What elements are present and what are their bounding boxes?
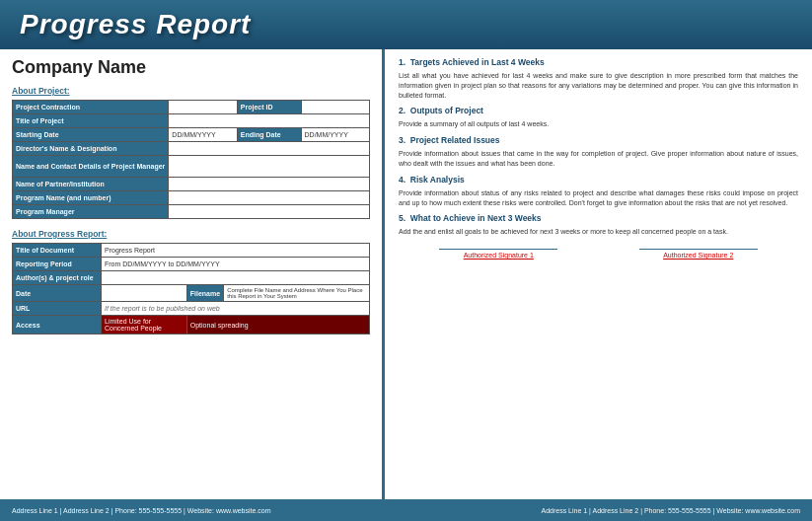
field-label: Name of Partner/Institution xyxy=(13,178,169,191)
field-value xyxy=(102,285,187,302)
field-label: Title of Project xyxy=(13,114,169,128)
about-progress-heading: About Progress Report: xyxy=(12,229,370,239)
field-value: From DD/MM/YYYY to DD/MM/YYYY xyxy=(102,258,370,271)
field-value: DD/MM/YYYY xyxy=(169,128,237,142)
section-body-1: List all what you have achieved for last… xyxy=(399,71,798,100)
table-row: Name of Partner/Institution xyxy=(13,178,370,191)
field-label: Director's Name & Designation xyxy=(13,142,169,156)
field-value xyxy=(169,191,370,205)
footer: Address Line 1 | Address Line 2 | Phone:… xyxy=(0,499,812,521)
section-body-5: Add the and enlist all goals to be achie… xyxy=(399,227,798,237)
field-value xyxy=(102,271,370,285)
field-label: Filename xyxy=(186,285,223,302)
field-value: DD/MM/YYYY xyxy=(301,128,369,142)
field-value: Optional spreading xyxy=(186,316,369,335)
page-title: Progress Report xyxy=(20,9,251,40)
field-value xyxy=(169,142,370,156)
table-row: Author(s) & project role xyxy=(13,271,370,285)
field-value: If the report is to be published on web xyxy=(102,302,370,316)
section-body-4: Provide information about status of any … xyxy=(399,188,798,208)
field-value xyxy=(169,205,370,219)
field-value: Complete File Name and Address Where You… xyxy=(224,285,370,302)
field-value: Limited Use for Concerned People xyxy=(102,316,187,335)
field-value xyxy=(169,101,237,114)
field-label: Program Name (and number) xyxy=(13,191,169,205)
field-label: Project ID xyxy=(237,101,301,114)
field-value xyxy=(169,156,370,178)
about-project-heading: About Project: xyxy=(12,86,370,96)
field-value xyxy=(301,101,369,114)
left-panel: Company Name About Project: Project Cont… xyxy=(0,49,385,499)
main-content: Company Name About Project: Project Cont… xyxy=(0,49,812,499)
company-name: Company Name xyxy=(12,57,370,78)
table-row: Title of Document Progress Report xyxy=(13,244,370,258)
field-label: Project Contraction xyxy=(13,101,169,114)
table-row: Program Manager xyxy=(13,205,370,219)
field-label: Program Manager xyxy=(13,205,169,219)
field-value: Progress Report xyxy=(102,244,370,258)
signature-label-1: Authorized Signature 1 xyxy=(439,252,557,259)
footer-right: Address Line 1 | Address Line 2 | Phone:… xyxy=(541,507,800,514)
section-title-1: 1. Targets Achieved in Last 4 Weeks xyxy=(399,57,798,67)
field-label: Author(s) & project role xyxy=(13,271,102,285)
project-table: Project Contraction Project ID Title of … xyxy=(12,100,370,219)
field-label: Reporting Period xyxy=(13,258,102,271)
header: Progress Report xyxy=(0,0,812,49)
table-row: Starting Date DD/MM/YYYY Ending Date DD/… xyxy=(13,128,370,142)
table-row: Project Contraction Project ID xyxy=(13,101,370,114)
progress-table: Title of Document Progress Report Report… xyxy=(12,243,370,335)
table-row: Reporting Period From DD/MM/YYYY to DD/M… xyxy=(13,258,370,271)
table-row: Access Limited Use for Concerned People … xyxy=(13,316,370,335)
signature-label-2: Authorized Signature 2 xyxy=(639,252,758,259)
footer-left: Address Line 1 | Address Line 2 | Phone:… xyxy=(12,507,271,514)
table-row: Date Filename Complete File Name and Add… xyxy=(13,285,370,302)
table-row: URL If the report is to be published on … xyxy=(13,302,370,316)
section-title-2: 2. Outputs of Project xyxy=(399,106,798,115)
field-label: Access xyxy=(13,316,102,335)
table-row: Name and Contact Details of Project Mana… xyxy=(13,156,370,178)
field-label: Title of Document xyxy=(13,244,102,258)
section-body-3: Provide information about issues that ca… xyxy=(399,149,798,169)
field-label: URL xyxy=(13,302,102,316)
signature-line-1 xyxy=(439,249,557,250)
signature-block-1: Authorized Signature 1 xyxy=(439,249,557,259)
signature-block-2: Authorized Signature 2 xyxy=(639,249,758,259)
field-value xyxy=(169,178,370,191)
signature-line-2 xyxy=(639,249,758,250)
field-label: Name and Contact Details of Project Mana… xyxy=(13,156,169,178)
field-label: Date xyxy=(13,285,102,302)
table-row: Title of Project xyxy=(13,114,370,128)
signature-area: Authorized Signature 1 Authorized Signat… xyxy=(399,245,798,259)
section-body-2: Provide a summary of all outputs of last… xyxy=(399,119,798,129)
field-label: Starting Date xyxy=(13,128,169,142)
table-row: Director's Name & Designation xyxy=(13,142,370,156)
table-row: Program Name (and number) xyxy=(13,191,370,205)
section-title-5: 5. What to Achieve in Next 3 Weeks xyxy=(399,213,798,223)
section-title-4: 4. Risk Analysis xyxy=(399,175,798,185)
field-label: Ending Date xyxy=(237,128,301,142)
right-panel: 1. Targets Achieved in Last 4 Weeks List… xyxy=(385,49,812,499)
section-title-3: 3. Project Related Issues xyxy=(399,135,798,145)
field-value xyxy=(169,114,370,128)
